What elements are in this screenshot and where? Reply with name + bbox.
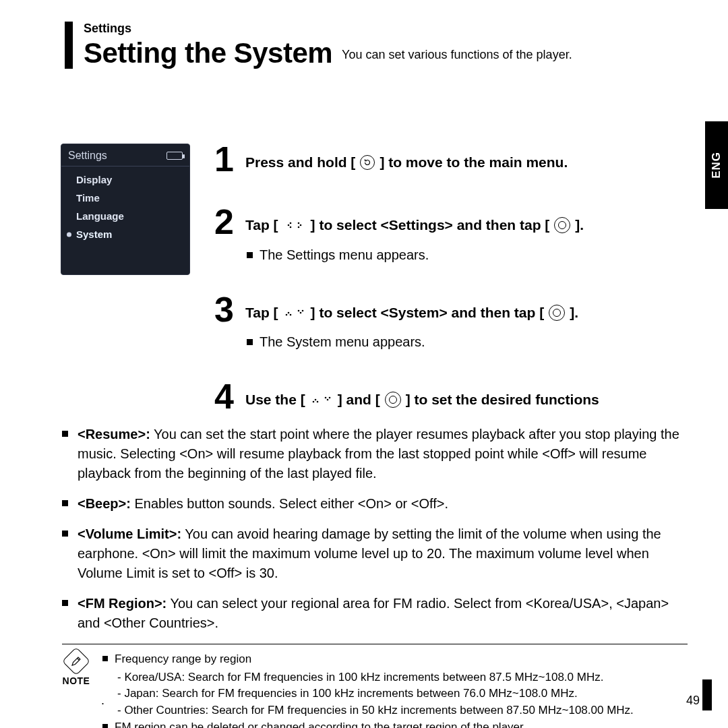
svg-point-10 (299, 311, 301, 313)
select-icon (385, 392, 401, 408)
bullet-icon (247, 252, 253, 258)
select-icon (554, 217, 570, 233)
note-label: NOTE (63, 675, 90, 686)
step-text: ] to select <Settings> and then tap [ (311, 217, 550, 233)
note-text: - Japan: Search for FM frequencies in 10… (117, 686, 634, 702)
step-number: 3 (214, 294, 239, 326)
svg-point-13 (314, 399, 316, 401)
option-fm-region: <FM Region>: You can select your regiona… (62, 594, 688, 633)
step-text: ]. (575, 217, 584, 233)
option-resume: <Resume>: You can set the start point wh… (62, 425, 688, 483)
step-text: Tap [ (245, 305, 278, 321)
up-down-icon (310, 394, 333, 405)
options-list: <Resume>: You can set the start point wh… (62, 425, 688, 633)
footer-dot: . (101, 694, 104, 708)
page-number: 49 (686, 694, 700, 708)
battery-icon (166, 152, 183, 160)
svg-point-9 (297, 309, 299, 311)
language-tab-label: ENG (710, 152, 723, 179)
language-tab: ENG (705, 121, 728, 209)
option-volume-limit: <Volume Limit>: You can avoid hearing da… (62, 524, 688, 583)
device-menu-item: Display (61, 171, 189, 189)
svg-point-1 (287, 224, 289, 226)
step-text: Use the [ (245, 392, 305, 408)
note-text: - Other Countries: Search for FM frequen… (117, 702, 634, 719)
svg-point-6 (285, 313, 287, 315)
svg-point-17 (328, 397, 330, 399)
svg-point-0 (289, 222, 291, 224)
page-header: Settings Setting the System You can set … (84, 22, 694, 69)
bullet-icon (62, 500, 68, 506)
step-1: 1 Press and hold [ ] to move to the main… (214, 144, 694, 175)
step-number: 2 (214, 206, 239, 238)
device-screen-title: Settings (68, 150, 107, 162)
step-text: ] to move to the main menu. (380, 154, 568, 171)
corner-mark (702, 679, 712, 710)
svg-point-2 (289, 226, 291, 228)
up-down-icon (283, 307, 306, 318)
steps-list: 1 Press and hold [ ] to move to the main… (214, 144, 694, 419)
note-text: - Korea/USA: Search for FM frequencies i… (117, 669, 634, 686)
step-number: 4 (214, 381, 239, 413)
note-block: NOTE Frequency range by region - Korea/U… (62, 651, 688, 728)
svg-point-15 (324, 397, 326, 399)
note-text: Frequency range by region (115, 651, 251, 668)
bullet-icon (62, 431, 68, 437)
option-text: You can set the start point where the pl… (78, 427, 679, 481)
step-text: ] to select <System> and then tap [ (311, 305, 545, 321)
step-2: 2 Tap [ ] to select <Settings> and then … (214, 206, 694, 263)
step-text: ]. (570, 305, 578, 321)
svg-point-11 (301, 309, 303, 311)
option-text: Enables button sounds. Select either <On… (135, 496, 449, 511)
step-text: Tap [ (245, 217, 278, 233)
svg-point-4 (299, 224, 301, 226)
note-icon (62, 647, 90, 675)
page-subtitle: You can set various functions of the pla… (342, 48, 572, 62)
section-bar (65, 22, 73, 69)
device-menu-item: Time (61, 189, 189, 207)
divider (62, 644, 688, 644)
svg-point-16 (326, 399, 328, 401)
bullet-icon (102, 656, 108, 661)
step-text: Press and hold [ (245, 154, 355, 171)
device-menu-item-active: System (61, 225, 189, 243)
svg-point-3 (297, 222, 299, 224)
option-key: <Beep>: (78, 496, 131, 511)
option-key: <FM Region>: (78, 596, 166, 611)
device-screenshot: Settings Display Time Language System (61, 144, 190, 419)
bullet-icon (102, 724, 108, 728)
device-menu-item: Language (61, 207, 189, 225)
left-right-icon (283, 220, 306, 231)
svg-point-12 (312, 401, 314, 403)
page-title: Setting the System (84, 37, 332, 69)
step-text: ] to set the desired functions (406, 392, 599, 408)
select-icon (549, 305, 565, 321)
option-key: <Resume>: (78, 427, 150, 442)
bullet-icon (62, 600, 68, 606)
step-subtext: The Settings menu appears. (260, 247, 429, 263)
bullet-icon (62, 530, 68, 537)
svg-point-7 (287, 311, 289, 313)
note-text: FM region can be deleted or changed acco… (115, 719, 526, 728)
svg-point-5 (297, 226, 299, 228)
option-text: You can select your regional area for FM… (78, 596, 669, 630)
svg-point-14 (316, 401, 318, 403)
option-key: <Volume Limit>: (78, 526, 181, 541)
svg-point-8 (289, 313, 291, 315)
step-subtext: The System menu appears. (260, 334, 425, 350)
step-4: 4 Use the [ ] and [ ] to set the desired… (214, 381, 694, 413)
breadcrumb: Settings (84, 22, 694, 36)
step-number: 1 (214, 144, 239, 175)
back-hold-icon (360, 155, 375, 170)
bullet-icon (247, 339, 253, 345)
option-beep: <Beep>: Enables button sounds. Select ei… (62, 494, 688, 514)
step-3: 3 Tap [ ] to select <System> and then ta… (214, 294, 694, 351)
step-text: ] and [ (338, 392, 380, 408)
